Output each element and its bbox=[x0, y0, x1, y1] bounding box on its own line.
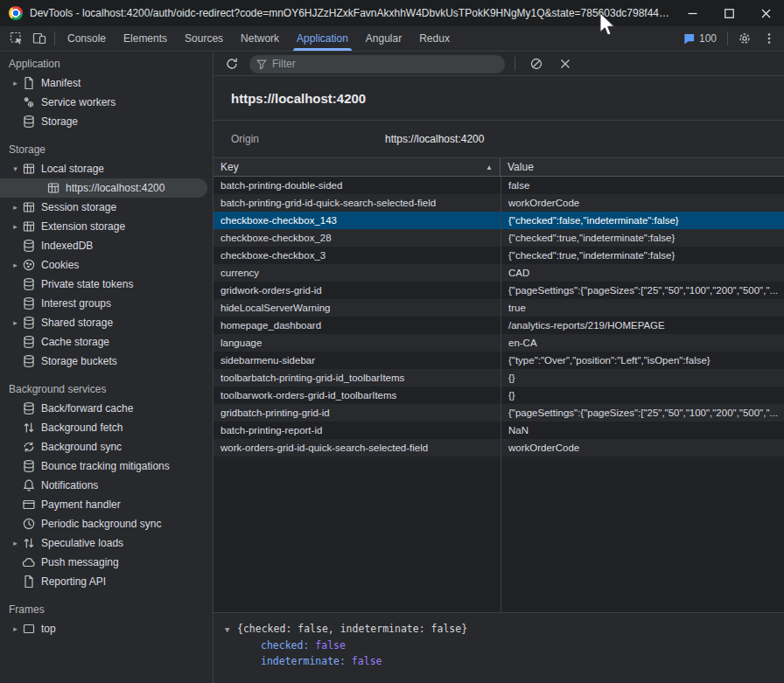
chevron-right-icon[interactable]: ▸ bbox=[9, 79, 22, 87]
sidebar-item-shared-storage[interactable]: ▸Shared storage bbox=[0, 313, 213, 332]
issues-icon bbox=[682, 32, 696, 45]
sidebar-item-top[interactable]: ▸top bbox=[0, 619, 213, 638]
table-row[interactable]: currencyCAD bbox=[214, 264, 784, 282]
key-cell: gridwork-orders-grid-id bbox=[214, 285, 500, 296]
sidebar-item-indexeddb[interactable]: IndexedDB bbox=[0, 236, 213, 255]
sidebar-item-cache-storage[interactable]: Cache storage bbox=[0, 332, 213, 352]
sidebar-item-bounce-tracking-mitigations[interactable]: Bounce tracking mitigations bbox=[0, 456, 213, 476]
table-row[interactable]: languageen-CA bbox=[214, 334, 784, 352]
delete-selected-icon[interactable] bbox=[554, 52, 577, 75]
table-row[interactable]: gridbatch-printing-grid-id{"pageSettings… bbox=[214, 404, 784, 422]
toolbar-divider bbox=[514, 57, 515, 71]
chevron-right-icon[interactable]: ▸ bbox=[9, 222, 22, 231]
sidebar-item-manifest[interactable]: ▸Manifest bbox=[0, 73, 213, 93]
sidebar-item-reporting-api[interactable]: Reporting API bbox=[0, 572, 213, 591]
settings-gear-icon[interactable] bbox=[733, 27, 756, 50]
sidebar-item-background-fetch[interactable]: Background fetch bbox=[0, 418, 213, 437]
device-toolbar-icon[interactable] bbox=[28, 27, 51, 50]
sidebar-item-periodic-background-sync[interactable]: Periodic background sync bbox=[0, 514, 213, 533]
card-icon bbox=[22, 498, 36, 512]
sidebar-item-notifications[interactable]: Notifications bbox=[0, 476, 213, 495]
table-row[interactable]: gridwork-orders-grid-id{"pageSettings":{… bbox=[214, 282, 784, 299]
sidebar-item-background-sync[interactable]: Background sync bbox=[0, 437, 213, 456]
sidebar-item-back-forward-cache[interactable]: Back/forward cache bbox=[0, 399, 213, 418]
sidebar-item-payment-handler[interactable]: Payment handler bbox=[0, 495, 213, 514]
table-row[interactable]: checkboxe-checkbox_28{"checked":true,"in… bbox=[214, 229, 784, 247]
sidebar-item-service-workers[interactable]: Service workers bbox=[0, 93, 213, 112]
sidebar-item-speculative-loads[interactable]: ▸Speculative loads bbox=[0, 533, 213, 553]
property-name: indeterminate: bbox=[261, 655, 352, 667]
local-storage-table: Key ▲ Value batch-printing-double-sidedf… bbox=[214, 158, 784, 612]
bell-icon bbox=[22, 478, 36, 492]
issues-counter[interactable]: 100 bbox=[677, 32, 722, 45]
filter-input[interactable] bbox=[249, 55, 505, 73]
refresh-icon[interactable] bbox=[220, 52, 243, 75]
value-cell: en-CA bbox=[500, 338, 784, 348]
chevron-right-icon[interactable]: ▸ bbox=[9, 539, 22, 547]
sidebar-item-label: Storage buckets bbox=[41, 355, 117, 367]
sidebar-item-label: Interest groups bbox=[41, 297, 111, 310]
key-cell: checkboxe-checkbox_143 bbox=[214, 215, 500, 226]
chevron-right-icon[interactable]: ▸ bbox=[9, 261, 22, 269]
sidebar-item-https-localhost-4200[interactable]: https://localhost:4200 bbox=[0, 178, 207, 198]
minimize-button[interactable] bbox=[674, 0, 710, 26]
table-row[interactable]: batch-printing-grid-id-quick-search-sele… bbox=[214, 194, 784, 212]
tab-application[interactable]: Application bbox=[288, 26, 357, 51]
chevron-right-icon[interactable]: ▸ bbox=[9, 203, 22, 212]
key-cell: work-orders-grid-id-quick-search-selecte… bbox=[214, 443, 500, 453]
table-row[interactable]: batch-printing-report-idNaN bbox=[214, 422, 784, 439]
table-row[interactable]: homepage_dashboard/analytics-reports/219… bbox=[214, 317, 784, 334]
table-row[interactable]: sidebarmenu-sidebar{"type":"Over","posit… bbox=[214, 352, 784, 369]
sidebar-item-local-storage[interactable]: ▾Local storage bbox=[0, 159, 213, 178]
tab-angular[interactable]: Angular bbox=[357, 26, 410, 51]
clear-all-icon[interactable] bbox=[525, 52, 548, 75]
table-row[interactable]: toolbarwork-orders-grid-id_toolbarItems{… bbox=[214, 387, 784, 404]
close-window-button[interactable] bbox=[747, 0, 784, 26]
column-header-key[interactable]: Key ▲ bbox=[214, 158, 500, 176]
sidebar-item-label: Service workers bbox=[41, 96, 116, 108]
inspect-icon[interactable] bbox=[5, 27, 28, 50]
storage-table-body: batch-printing-double-sidedfalsebatch-pr… bbox=[214, 177, 784, 612]
column-header-value[interactable]: Value bbox=[500, 158, 784, 176]
table-row[interactable]: work-orders-grid-id-quick-search-selecte… bbox=[214, 439, 784, 456]
sidebar-item-cookies[interactable]: ▸Cookies bbox=[0, 255, 213, 275]
sidebar-item-storage-buckets[interactable]: Storage buckets bbox=[0, 352, 213, 371]
chevron-right-icon[interactable]: ▸ bbox=[9, 624, 22, 633]
chevron-right-icon[interactable]: ▸ bbox=[9, 318, 22, 327]
sidebar-item-session-storage[interactable]: ▸Session storage bbox=[0, 198, 213, 217]
maximize-button[interactable] bbox=[710, 0, 747, 26]
application-panel: Application▸ManifestService workersStora… bbox=[0, 52, 784, 683]
value-cell: workOrderCode bbox=[500, 198, 784, 208]
preview-property[interactable]: indeterminate: false bbox=[225, 653, 784, 669]
sidebar-item-label: Notifications bbox=[41, 479, 98, 491]
sidebar-item-interest-groups[interactable]: Interest groups bbox=[0, 294, 213, 313]
table-icon bbox=[46, 181, 60, 195]
value-cell: CAD bbox=[500, 268, 784, 278]
sidebar-item-private-state-tokens[interactable]: Private state tokens bbox=[0, 275, 213, 294]
table-row[interactable]: toolbarbatch-printing-grid-id_toolbarIte… bbox=[214, 369, 784, 387]
tab-sources[interactable]: Sources bbox=[176, 26, 232, 51]
table-row[interactable]: batch-printing-double-sidedfalse bbox=[214, 177, 784, 194]
tab-network[interactable]: Network bbox=[232, 26, 288, 51]
column-divider[interactable] bbox=[500, 177, 501, 612]
chevron-down-icon[interactable]: ▼ bbox=[225, 622, 237, 638]
preview-summary-line[interactable]: ▼{checked: false, indeterminate: false} bbox=[225, 621, 784, 638]
table-row[interactable]: checkboxe-checkbox_3{"checked":true,"ind… bbox=[214, 247, 784, 264]
value-cell: {} bbox=[500, 390, 784, 401]
column-key-label: Key bbox=[220, 161, 239, 173]
table-row[interactable]: hideLocalServerWarningtrue bbox=[214, 299, 784, 317]
sidebar-item-push-messaging[interactable]: Push messaging bbox=[0, 553, 213, 572]
sidebar-item-storage[interactable]: Storage bbox=[0, 112, 213, 131]
preview-property[interactable]: checked: false bbox=[225, 638, 784, 653]
key-cell: sidebarmenu-sidebar bbox=[214, 355, 500, 366]
sidebar-item-extension-storage[interactable]: ▸Extension storage bbox=[0, 217, 213, 236]
key-cell: checkboxe-checkbox_3 bbox=[214, 250, 500, 261]
value-cell: {"pageSettings":{"pageSizes":["25","50",… bbox=[500, 408, 784, 418]
tab-elements[interactable]: Elements bbox=[115, 26, 176, 51]
table-row[interactable]: checkboxe-checkbox_143{"checked":false,"… bbox=[214, 212, 784, 229]
more-options-icon[interactable] bbox=[758, 27, 780, 50]
tab-redux[interactable]: Redux bbox=[410, 26, 458, 51]
chevron-down-icon[interactable]: ▾ bbox=[9, 164, 22, 173]
tab-console[interactable]: Console bbox=[59, 26, 115, 51]
key-cell: currency bbox=[214, 268, 500, 278]
